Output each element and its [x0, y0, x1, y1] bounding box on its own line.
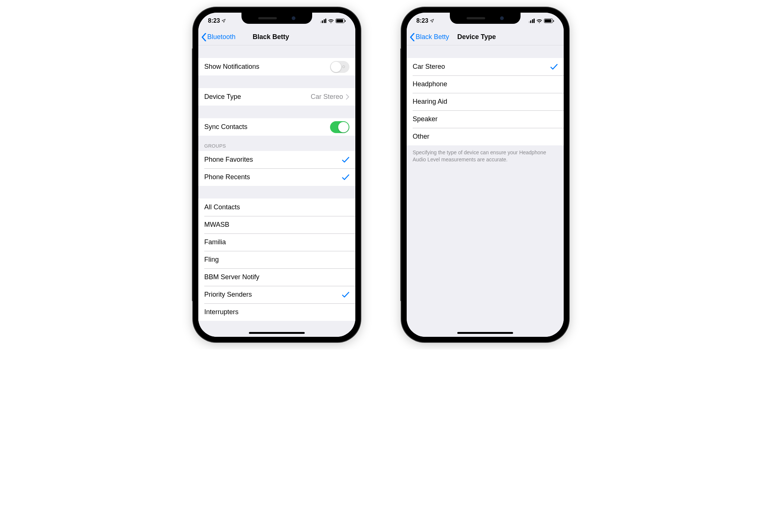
- home-indicator[interactable]: [457, 332, 513, 334]
- cell-label: Interrupters: [204, 308, 349, 316]
- list-item[interactable]: Familia: [198, 233, 355, 251]
- battery-icon: [336, 19, 346, 23]
- show-notifications-toggle[interactable]: [330, 61, 349, 73]
- wifi-icon: [328, 19, 334, 23]
- cell-label: Car Stereo: [413, 63, 550, 71]
- cell-detail: Car Stereo: [311, 93, 343, 101]
- cell-signal-icon: [320, 19, 327, 23]
- show-notifications-row[interactable]: Show Notifications: [198, 58, 355, 75]
- list-item[interactable]: MWASB: [198, 216, 355, 233]
- cell-signal-icon: [529, 19, 535, 23]
- back-button[interactable]: Bluetooth: [201, 33, 236, 41]
- cell-label: Phone Recents: [204, 173, 342, 181]
- groups-header: GROUPS: [198, 136, 355, 151]
- cell-label: Priority Senders: [204, 291, 342, 299]
- cell-label: Headphone: [413, 80, 558, 88]
- list-item[interactable]: Fling: [198, 251, 355, 268]
- cell-label: Hearing Aid: [413, 98, 558, 106]
- notch: [450, 13, 521, 24]
- list-item[interactable]: BBM Server Notify: [198, 268, 355, 286]
- wifi-icon: [536, 19, 542, 23]
- list-item[interactable]: Hearing Aid: [407, 93, 564, 110]
- nav-bar: Bluetooth Black Betty: [198, 29, 355, 45]
- cell-label: Device Type: [204, 93, 311, 101]
- contacts-list: All ContactsMWASBFamiliaFlingBBM Server …: [198, 199, 355, 321]
- list-item[interactable]: All Contacts: [198, 199, 355, 216]
- nav-bar: Black Betty Device Type: [407, 29, 564, 45]
- cell-label: Sync Contacts: [204, 123, 330, 131]
- checkmark-icon: [342, 157, 349, 163]
- notch: [241, 13, 312, 24]
- screen: 8:23 Black Betty Device Type Car StereoH…: [407, 13, 564, 337]
- list-item[interactable]: Phone Recents: [198, 168, 355, 186]
- phone-frame-left: 8:23 Bluetooth Black Betty Show Notifica…: [193, 7, 361, 342]
- page-title: Device Type: [457, 33, 496, 41]
- content[interactable]: Car StereoHeadphoneHearing AidSpeakerOth…: [407, 45, 564, 337]
- list-item[interactable]: Headphone: [407, 75, 564, 93]
- list-item[interactable]: Car Stereo: [407, 58, 564, 75]
- back-button[interactable]: Black Betty: [410, 33, 449, 41]
- cell-label: Show Notifications: [204, 63, 330, 71]
- cell-label: Fling: [204, 256, 349, 264]
- list-item[interactable]: Speaker: [407, 110, 564, 128]
- cell-label: BBM Server Notify: [204, 273, 349, 281]
- list-item[interactable]: Priority Senders: [198, 286, 355, 303]
- checkmark-icon: [342, 291, 349, 298]
- screen: 8:23 Bluetooth Black Betty Show Notifica…: [198, 13, 355, 337]
- chevron-left-icon: [201, 33, 206, 41]
- device-type-options: Car StereoHeadphoneHearing AidSpeakerOth…: [407, 58, 564, 145]
- status-time: 8:23: [416, 17, 428, 24]
- home-indicator[interactable]: [249, 332, 305, 334]
- list-item[interactable]: Phone Favorites: [198, 151, 355, 168]
- location-icon: [430, 19, 434, 23]
- chevron-right-icon: [346, 94, 349, 100]
- sync-contacts-row[interactable]: Sync Contacts: [198, 118, 355, 136]
- sync-contacts-toggle[interactable]: [330, 121, 349, 133]
- cell-label: All Contacts: [204, 203, 349, 211]
- back-label: Black Betty: [416, 33, 449, 41]
- list-item[interactable]: Other: [407, 128, 564, 145]
- cell-label: Other: [413, 133, 558, 141]
- checkmark-icon: [342, 174, 349, 181]
- back-label: Bluetooth: [207, 33, 236, 41]
- battery-icon: [544, 19, 554, 23]
- list-item[interactable]: Interrupters: [198, 303, 355, 321]
- groups-list: Phone FavoritesPhone Recents: [198, 151, 355, 186]
- cell-label: Familia: [204, 238, 349, 246]
- footer-text: Specifying the type of device can ensure…: [407, 145, 564, 167]
- cell-label: Phone Favorites: [204, 156, 342, 164]
- content[interactable]: Show Notifications Device Type Car Stere…: [198, 45, 355, 337]
- page-title: Black Betty: [253, 33, 289, 41]
- location-icon: [221, 19, 226, 23]
- cell-label: Speaker: [413, 115, 558, 123]
- phone-frame-right: 8:23 Black Betty Device Type Car StereoH…: [401, 7, 569, 342]
- status-time: 8:23: [208, 17, 220, 24]
- checkmark-icon: [550, 64, 558, 70]
- device-type-row[interactable]: Device Type Car Stereo: [198, 88, 355, 106]
- cell-label: MWASB: [204, 221, 349, 229]
- chevron-left-icon: [410, 33, 415, 41]
